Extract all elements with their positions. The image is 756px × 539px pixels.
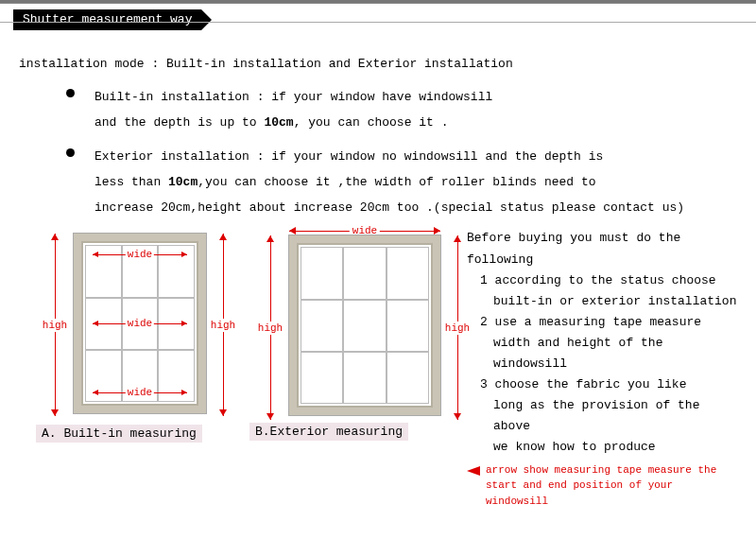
- arrow-note-l2: start and end position of your windowsil…: [486, 479, 673, 507]
- high-label: high: [258, 322, 283, 335]
- steps-column: Before buying you must do the following …: [467, 228, 737, 509]
- window-a-wide-3: wide: [93, 387, 187, 398]
- window-a-frame: wide wide wide: [74, 234, 206, 413]
- arrow-note-l1: arrow show measuring tape measure the: [486, 464, 716, 476]
- builtin-l2a: and the depth is up to: [94, 115, 264, 130]
- step-2b: width and height of the windowsill: [467, 333, 737, 374]
- step-3c: we know how to produce: [467, 437, 737, 458]
- header: Shutter measurement way: [0, 0, 756, 23]
- window-a: wide wide wide high high A. Built-in mea…: [36, 228, 225, 443]
- ext-l2b: ,you can choose it ,the width of roller …: [198, 175, 595, 189]
- window-b-grid: [301, 247, 429, 404]
- intro-line: installation mode : Built-in installatio…: [19, 57, 737, 71]
- step-2: 2 use a measuring tape measure: [467, 312, 737, 333]
- step-1b: built-in or exterior installation: [467, 291, 737, 312]
- builtin-l1: Built-in installation : if your window h…: [94, 90, 492, 104]
- content: installation mode : Built-in installatio…: [0, 28, 756, 509]
- ext-depth: 10cm: [168, 175, 198, 189]
- window-a-wide-2: wide: [93, 318, 187, 329]
- high-label: high: [43, 319, 67, 332]
- caption-b: B.Exterior measuring: [249, 423, 408, 441]
- ext-l1: Exterior installation : if your window n…: [94, 149, 603, 164]
- wide-label: wide: [126, 318, 154, 329]
- wide-label: wide: [126, 387, 154, 398]
- arrow-note: arrow show measuring tape measure the st…: [467, 462, 737, 510]
- wide-label: wide: [126, 249, 154, 260]
- window-a-high-right: high: [210, 234, 236, 416]
- window-a-high-left: high: [42, 234, 68, 416]
- bullet-exterior: Exterior installation : if your window n…: [19, 144, 737, 221]
- bullet-builtin: Built-in installation : if your window h…: [19, 84, 737, 136]
- caption-a: A. Built-in measuring: [36, 425, 202, 443]
- high-label: high: [445, 322, 470, 335]
- window-b: wide high high B.Exterior measuring: [249, 228, 457, 441]
- step-3b: long as the provision of the above: [467, 395, 737, 437]
- header-title: Shutter measurement way: [13, 9, 201, 30]
- steps-pre: Before buying you must do the following: [467, 228, 737, 270]
- window-b-high-left: high: [257, 235, 284, 420]
- ext-l2a: less than: [94, 175, 168, 189]
- high-label: high: [211, 319, 235, 332]
- step-3: 3 choose the fabric you like: [467, 374, 737, 395]
- builtin-l2b: , you can choose it .: [294, 115, 449, 130]
- builtin-depth: 10cm: [264, 115, 293, 130]
- step-1: 1 according to the status choose: [467, 270, 737, 291]
- window-b-high-right: high: [444, 235, 471, 420]
- window-a-wide-1: wide: [93, 249, 187, 260]
- window-b-frame: [289, 235, 440, 415]
- ext-l3: increase 20cm,height about increase 20cm…: [94, 200, 684, 215]
- diagrams-row: wide wide wide high high A. Built-in mea…: [19, 228, 737, 509]
